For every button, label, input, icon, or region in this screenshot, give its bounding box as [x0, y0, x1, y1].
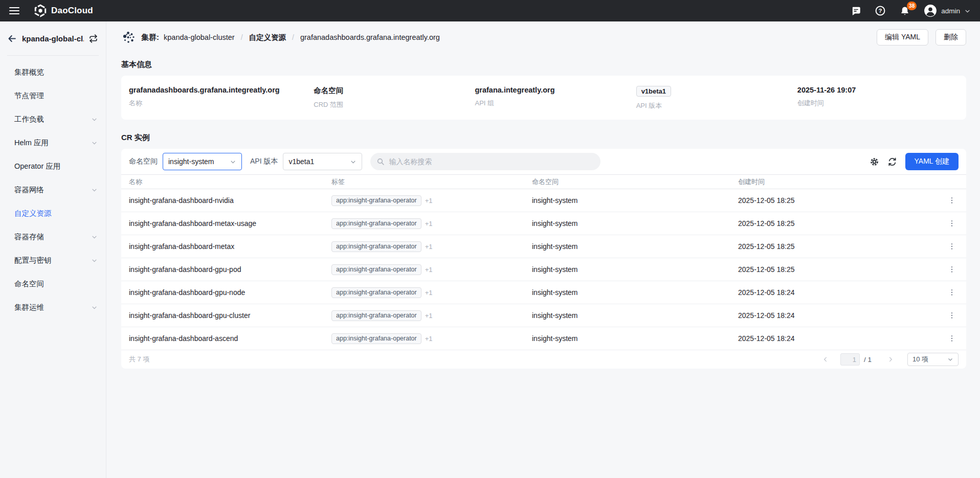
svg-text:?: ?: [879, 8, 882, 14]
sidebar-item[interactable]: Operator 应用: [0, 154, 106, 178]
brand-name: DaoCloud: [51, 6, 93, 16]
row-label-more[interactable]: +1: [425, 289, 433, 297]
feedback-chat-icon[interactable]: [850, 5, 861, 16]
namespace-select[interactable]: insight-system: [163, 153, 242, 170]
sidebar-item[interactable]: 集群运维: [0, 295, 106, 319]
prev-page-icon[interactable]: [822, 356, 829, 363]
table-row: insight-grafana-dashboard-gpu-node app:i…: [121, 281, 966, 304]
sidebar-item[interactable]: 命名空间: [0, 272, 106, 295]
row-name[interactable]: insight-grafana-dashboard-gpu-pod: [129, 265, 331, 274]
row-label-more[interactable]: +1: [425, 220, 433, 227]
sidebar-item[interactable]: 工作负载: [0, 107, 106, 131]
row-name[interactable]: insight-grafana-dashboard-gpu-cluster: [129, 311, 331, 320]
column-name: 名称: [129, 177, 331, 187]
sidebar-item[interactable]: 配置与密钥: [0, 248, 106, 272]
pagination: / 1 10 项: [822, 353, 959, 366]
sidebar-item-label: 配置与密钥: [14, 256, 52, 265]
row-name[interactable]: insight-grafana-dashboard-metax: [129, 242, 331, 251]
row-label-more[interactable]: +1: [425, 312, 433, 320]
row-name[interactable]: insight-grafana-dashboard-nvidia: [129, 196, 331, 204]
sidebar-item-label: 工作负载: [14, 115, 44, 124]
row-label-more[interactable]: +1: [425, 197, 433, 204]
switch-cluster-icon[interactable]: [89, 34, 98, 43]
row-namespace: insight-system: [532, 265, 738, 274]
daocloud-logo-icon: [34, 4, 47, 17]
delete-button[interactable]: 删除: [936, 29, 966, 45]
row-label-tag: app:insight-grafana-operator: [331, 333, 421, 344]
column-namespace: 命名空间: [532, 177, 738, 187]
sidebar-item[interactable]: 容器存储: [0, 225, 106, 248]
row-created: 2025-12-05 18:24: [738, 288, 945, 297]
row-actions-kebab-icon[interactable]: [945, 219, 959, 227]
cr-toolbar: 命名空间 insight-system API 版本 v1beta1: [121, 149, 966, 174]
chevron-down-icon: [91, 140, 98, 146]
sidebar-item[interactable]: 节点管理: [0, 84, 106, 107]
row-namespace: insight-system: [532, 334, 738, 343]
breadcrumb-cluster-label: 集群:: [141, 33, 159, 42]
row-label-tag: app:insight-grafana-operator: [331, 195, 421, 206]
sidebar-item[interactable]: 自定义资源: [0, 201, 106, 225]
chevron-down-icon: [91, 304, 98, 311]
row-actions-kebab-icon[interactable]: [945, 196, 959, 204]
row-created: 2025-12-05 18:25: [738, 265, 945, 274]
sidebar-item-label: Operator 应用: [14, 162, 60, 171]
sidebar-item[interactable]: 容器网络: [0, 178, 106, 201]
sidebar-item-label: 集群概览: [14, 67, 44, 77]
next-page-icon[interactable]: [887, 356, 894, 363]
page-size-select[interactable]: 10 项: [907, 353, 959, 366]
info-field-label: API 版本: [636, 101, 797, 110]
row-actions-kebab-icon[interactable]: [945, 288, 959, 297]
row-name[interactable]: insight-grafana-dashboard-metax-usage: [129, 219, 331, 227]
sidebar-item[interactable]: 集群概览: [0, 60, 106, 84]
row-actions-kebab-icon[interactable]: [945, 242, 959, 251]
back-arrow-icon[interactable]: [7, 34, 17, 43]
namespace-select-value: insight-system: [168, 157, 214, 166]
row-label-tag: app:insight-grafana-operator: [331, 310, 421, 321]
row-actions-kebab-icon[interactable]: [945, 311, 959, 320]
info-field: 2025-11-26 19:07 创建时间: [797, 86, 959, 110]
row-name[interactable]: insight-grafana-dashboard-gpu-node: [129, 288, 331, 297]
sidebar-item-label: 容器网络: [14, 185, 44, 195]
info-field-value: grafanadashboards.grafana.integreatly.or…: [129, 86, 280, 94]
api-version-select[interactable]: v1beta1: [283, 153, 362, 170]
sidebar-item-label: 自定义资源: [14, 209, 52, 218]
search-icon: [376, 157, 385, 166]
table-header: 名称 标签 命名空间 创建时间: [121, 174, 966, 189]
api-version-filter-label: API 版本: [250, 157, 278, 166]
table-body: insight-grafana-dashboard-nvidia app:ins…: [121, 189, 966, 350]
menu-toggle-icon[interactable]: [9, 7, 19, 14]
cluster-icon: [121, 30, 137, 45]
help-icon[interactable]: ?: [875, 5, 886, 16]
row-label-more[interactable]: +1: [425, 243, 433, 251]
total-count: 共 7 项: [129, 355, 149, 364]
search-input[interactable]: [389, 157, 594, 166]
sidebar-cluster-name: kpanda-global-cl...: [22, 34, 84, 43]
user-menu[interactable]: admin: [924, 4, 971, 17]
row-namespace: insight-system: [532, 219, 738, 227]
user-chevron-down-icon: [964, 8, 971, 14]
sidebar-item-label: 集群运维: [14, 303, 44, 312]
table-settings-gear-icon[interactable]: [870, 157, 879, 167]
refresh-icon[interactable]: [887, 157, 897, 167]
notification-bell-icon[interactable]: 38: [899, 5, 910, 16]
breadcrumb-resource: grafanadashboards.grafana.integreatly.or…: [300, 33, 440, 41]
info-field: 命名空间 CRD 范围: [314, 86, 475, 110]
info-field-label: 创建时间: [797, 99, 959, 108]
breadcrumb-section[interactable]: 自定义资源: [249, 33, 286, 42]
row-namespace: insight-system: [532, 196, 738, 204]
row-actions-kebab-icon[interactable]: [945, 334, 959, 343]
row-name[interactable]: insight-grafana-dashboard-ascend: [129, 334, 331, 343]
sidebar-item-label: 节点管理: [14, 91, 44, 101]
table-row: insight-grafana-dashboard-gpu-cluster ap…: [121, 304, 966, 327]
sidebar-item[interactable]: Helm 应用: [0, 131, 106, 154]
yaml-create-button[interactable]: YAML 创建: [905, 153, 959, 170]
edit-yaml-button[interactable]: 编辑 YAML: [877, 29, 928, 45]
table-row: insight-grafana-dashboard-nvidia app:ins…: [121, 189, 966, 212]
page-number-input[interactable]: [840, 353, 860, 366]
chevron-down-icon: [91, 116, 98, 123]
row-label-more[interactable]: +1: [425, 335, 433, 343]
breadcrumb-cluster-name[interactable]: kpanda-global-cluster: [164, 33, 235, 41]
row-actions-kebab-icon[interactable]: [945, 265, 959, 274]
row-label-more[interactable]: +1: [425, 266, 433, 274]
search-box: [370, 153, 600, 170]
